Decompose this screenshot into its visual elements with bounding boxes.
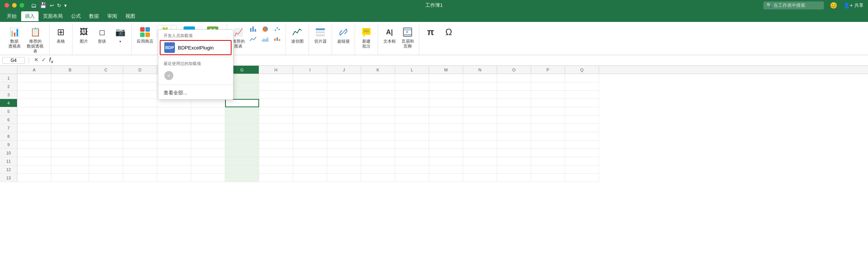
omega-button[interactable]: Ω — [440, 25, 457, 39]
cell-A4[interactable] — [17, 99, 51, 107]
cell-N7[interactable] — [463, 124, 497, 132]
cell-O2[interactable] — [497, 82, 531, 91]
redo-icon[interactable]: ↻ — [57, 3, 61, 8]
pi-button[interactable]: π — [422, 25, 439, 39]
cell-P12[interactable] — [531, 165, 565, 174]
cell-B3[interactable] — [51, 91, 89, 99]
cell-C5[interactable] — [89, 107, 123, 116]
cell-A2[interactable] — [17, 82, 51, 91]
cell-I9[interactable] — [293, 141, 327, 149]
textbox-button[interactable]: A| 文本框 — [381, 25, 398, 45]
cell-N6[interactable] — [463, 116, 497, 124]
cell-D1[interactable] — [123, 74, 157, 82]
cell-C6[interactable] — [89, 116, 123, 124]
cell-C2[interactable] — [89, 82, 123, 91]
cell-B4[interactable] — [51, 99, 89, 107]
cell-D7[interactable] — [123, 124, 157, 132]
cell-J6[interactable] — [327, 116, 361, 124]
cell-J3[interactable] — [327, 91, 361, 99]
cell-N2[interactable] — [463, 82, 497, 91]
cell-B1[interactable] — [51, 74, 89, 82]
cell-Q13[interactable] — [565, 174, 599, 182]
cell-A6[interactable] — [17, 116, 51, 124]
area-chart-button[interactable] — [260, 35, 270, 43]
cell-B10[interactable] — [51, 149, 89, 157]
bdp-plugin-item[interactable]: BDP BDPExcelPlugin — [160, 40, 232, 55]
cell-A5[interactable] — [17, 107, 51, 116]
cell-K13[interactable] — [361, 174, 395, 182]
cell-P7[interactable] — [531, 124, 565, 132]
cell-M1[interactable] — [429, 74, 463, 82]
cell-L4[interactable] — [395, 99, 429, 107]
cell-N12[interactable] — [463, 165, 497, 174]
cell-M9[interactable] — [429, 141, 463, 149]
cell-I4[interactable] — [293, 99, 327, 107]
share-button[interactable]: 👤+ 共享 — [843, 2, 863, 9]
pictures-button[interactable]: 🖼 图片 — [76, 25, 92, 45]
cell-M8[interactable] — [429, 132, 463, 141]
cell-I1[interactable] — [293, 74, 327, 82]
cell-L1[interactable] — [395, 74, 429, 82]
menu-item-start[interactable]: 开始 — [3, 11, 20, 21]
toolbar-icon-2[interactable]: 💾 — [40, 2, 47, 9]
cell-N1[interactable] — [463, 74, 497, 82]
cell-Q10[interactable] — [565, 149, 599, 157]
menu-item-formula[interactable]: 公式 — [67, 11, 85, 21]
cell-N3[interactable] — [463, 91, 497, 99]
cell-F10[interactable] — [191, 149, 225, 157]
cell-J10[interactable] — [327, 149, 361, 157]
cell-I5[interactable] — [293, 107, 327, 116]
cell-I13[interactable] — [293, 174, 327, 182]
cell-Q1[interactable] — [565, 74, 599, 82]
cell-K10[interactable] — [361, 149, 395, 157]
cell-L9[interactable] — [395, 141, 429, 149]
cell-P2[interactable] — [531, 82, 565, 91]
cell-L8[interactable] — [395, 132, 429, 141]
cell-O8[interactable] — [497, 132, 531, 141]
cell-A7[interactable] — [17, 124, 51, 132]
table-button[interactable]: ⊞ 表格 — [53, 25, 69, 45]
cell-H11[interactable] — [259, 157, 293, 165]
cell-B5[interactable] — [51, 107, 89, 116]
cell-K12[interactable] — [361, 165, 395, 174]
cell-E6[interactable] — [157, 116, 191, 124]
cell-N10[interactable] — [463, 149, 497, 157]
cell-K1[interactable] — [361, 74, 395, 82]
cell-H9[interactable] — [259, 141, 293, 149]
cell-P9[interactable] — [531, 141, 565, 149]
cell-O1[interactable] — [497, 74, 531, 82]
cell-C8[interactable] — [89, 132, 123, 141]
cell-D13[interactable] — [123, 174, 157, 182]
cell-G5[interactable] — [225, 107, 259, 116]
hyperlink-button[interactable]: 超链接 — [335, 25, 352, 45]
cell-A3[interactable] — [17, 91, 51, 99]
cell-L11[interactable] — [395, 157, 429, 165]
cell-F8[interactable] — [191, 132, 225, 141]
cell-K6[interactable] — [361, 116, 395, 124]
cell-O6[interactable] — [497, 116, 531, 124]
cell-C11[interactable] — [89, 157, 123, 165]
cell-L6[interactable] — [395, 116, 429, 124]
cell-G13[interactable] — [225, 174, 259, 182]
cell-G11[interactable] — [225, 157, 259, 165]
cell-F13[interactable] — [191, 174, 225, 182]
cell-Q6[interactable] — [565, 116, 599, 124]
cell-M3[interactable] — [429, 91, 463, 99]
cell-C13[interactable] — [89, 174, 123, 182]
cell-Q4[interactable] — [565, 99, 599, 107]
cell-M6[interactable] — [429, 116, 463, 124]
cell-P10[interactable] — [531, 149, 565, 157]
cell-K5[interactable] — [361, 107, 395, 116]
menu-item-view[interactable]: 视图 — [122, 11, 139, 21]
cell-J8[interactable] — [327, 132, 361, 141]
insert-function-icon[interactable]: fx — [48, 57, 54, 64]
cell-H2[interactable] — [259, 82, 293, 91]
cell-O7[interactable] — [497, 124, 531, 132]
cell-N11[interactable] — [463, 157, 497, 165]
cell-N13[interactable] — [463, 174, 497, 182]
cancel-formula-icon[interactable]: ✕ — [33, 57, 40, 64]
cell-G8[interactable] — [225, 132, 259, 141]
cell-G7[interactable] — [225, 124, 259, 132]
cell-K8[interactable] — [361, 132, 395, 141]
cell-D2[interactable] — [123, 82, 157, 91]
